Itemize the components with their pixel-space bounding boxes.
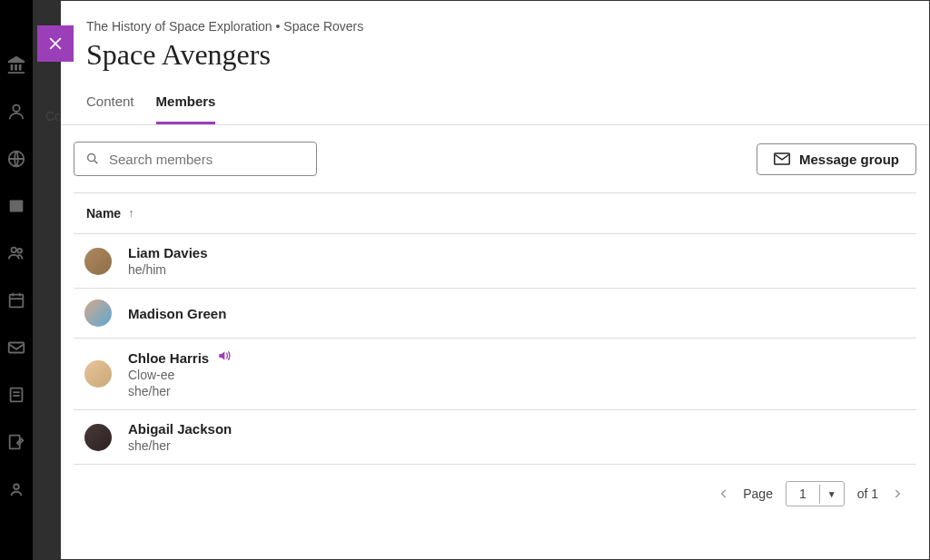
groups-icon[interactable]: [6, 243, 26, 263]
member-row[interactable]: Chloe Harris Clow-ee she/her: [74, 339, 916, 410]
institution-icon[interactable]: [6, 54, 26, 74]
avatar: [84, 424, 112, 451]
globe-icon[interactable]: [6, 149, 26, 169]
profile-icon[interactable]: [6, 102, 26, 122]
mail-icon[interactable]: [6, 338, 26, 358]
member-name: Madison Green: [128, 306, 226, 321]
member-pronunciation: Clow-ee: [128, 368, 232, 382]
svg-line-18: [94, 161, 97, 163]
calendar-icon[interactable]: [6, 290, 26, 310]
svg-rect-5: [10, 295, 24, 308]
search-icon: [85, 152, 100, 166]
page-of-label: of 1: [857, 486, 878, 501]
member-row[interactable]: Madison Green: [74, 289, 916, 339]
avatar: [84, 248, 112, 275]
breadcrumb: The History of Space Exploration • Space…: [86, 19, 904, 34]
member-name: Abigail Jackson: [128, 421, 232, 437]
member-pronouns: he/him: [128, 262, 208, 277]
message-group-button[interactable]: Message group: [757, 143, 916, 175]
next-page-button[interactable]: [891, 487, 904, 500]
page-number: 1: [787, 482, 819, 506]
left-nav-rail: [0, 0, 33, 560]
avatar: [84, 300, 112, 327]
sort-ascending-icon: ↑: [128, 207, 134, 220]
svg-point-0: [13, 105, 19, 112]
member-name: Chloe Harris: [128, 350, 209, 366]
user-icon[interactable]: [6, 479, 26, 499]
member-row[interactable]: Abigail Jackson she/her: [74, 410, 916, 465]
modal-backdrop: [33, 0, 60, 560]
svg-rect-2: [10, 201, 24, 212]
svg-point-4: [17, 249, 22, 253]
table-header[interactable]: Name ↑: [74, 193, 916, 234]
prev-page-button[interactable]: [717, 487, 730, 500]
group-panel: The History of Space Exploration • Space…: [60, 0, 930, 560]
column-name: Name: [86, 206, 121, 221]
member-info: Abigail Jackson she/her: [128, 421, 232, 453]
chevron-down-icon: ▼: [819, 485, 844, 504]
page-label: Page: [743, 486, 773, 501]
audio-pronunciation-icon[interactable]: [218, 349, 232, 366]
document-icon[interactable]: [6, 385, 26, 405]
message-group-label: Message group: [799, 152, 899, 167]
tab-content[interactable]: Content: [86, 93, 134, 124]
member-info: Liam Davies he/him: [128, 245, 208, 277]
content-area: Message group Name ↑ Liam Davies he/him …: [61, 125, 929, 506]
tab-members[interactable]: Members: [156, 93, 216, 124]
toolbar: Message group: [74, 142, 916, 193]
svg-point-3: [12, 248, 17, 253]
pagination: Page 1 ▼ of 1: [74, 465, 916, 506]
avatar: [84, 360, 112, 388]
member-pronouns: she/her: [128, 438, 232, 453]
edit-icon[interactable]: [6, 432, 26, 452]
close-button[interactable]: [37, 25, 74, 62]
search-box[interactable]: [74, 142, 317, 176]
member-info: Madison Green: [128, 306, 226, 321]
page-title: Space Avengers: [86, 38, 904, 72]
svg-point-17: [88, 154, 95, 162]
modal-header: The History of Space Exploration • Space…: [61, 1, 929, 72]
member-info: Chloe Harris Clow-ee she/her: [128, 349, 232, 398]
search-input[interactable]: [109, 152, 305, 167]
envelope-icon: [774, 152, 790, 165]
tabs: Content Members: [61, 93, 929, 125]
book-icon[interactable]: [6, 196, 26, 216]
member-name: Liam Davies: [128, 245, 208, 260]
member-row[interactable]: Liam Davies he/him: [74, 234, 916, 289]
svg-point-14: [14, 485, 19, 490]
member-pronouns: she/her: [128, 384, 232, 398]
svg-rect-9: [9, 343, 25, 353]
page-select[interactable]: 1 ▼: [786, 481, 845, 506]
